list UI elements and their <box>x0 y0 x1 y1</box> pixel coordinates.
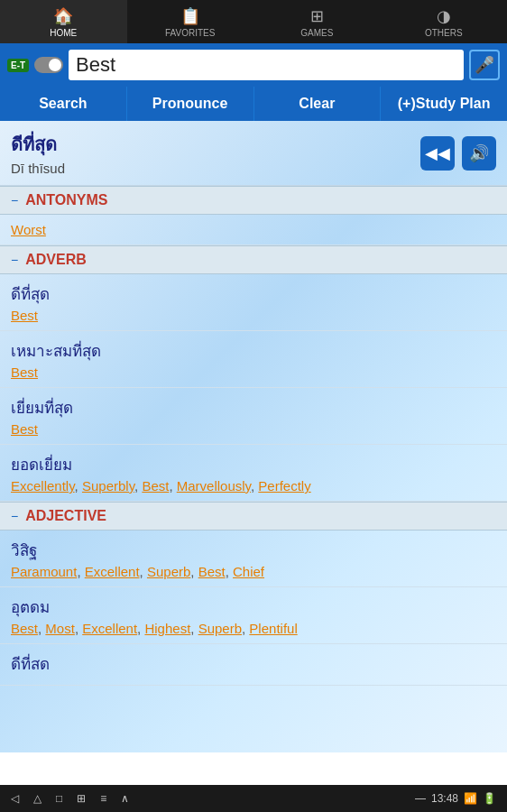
mic-icon: 🎤 <box>475 55 494 75</box>
adverb-title: ADVERB <box>25 252 87 268</box>
best-link-4[interactable]: Best <box>142 478 169 494</box>
adverb-thai-2: เหมาะสมที่สุด <box>11 338 496 363</box>
top-navigation: 🏠 HOME 📋 FAVORITES ⊞ GAMES ◑ OTHERS <box>0 0 507 43</box>
adjective-title: ADJECTIVE <box>25 508 106 524</box>
share-icon: ◀◀ <box>425 143 450 163</box>
status-nav-icons: ◁ △ □ ⊞ ≡ ∧ <box>11 792 129 805</box>
adjective-toggle[interactable]: − <box>11 509 18 523</box>
adverb-en-4[interactable]: Excellently, Superbly, Best, Marvellousl… <box>11 478 496 494</box>
sound-icon: 🔊 <box>469 143 489 163</box>
search-button[interactable]: Search <box>0 87 127 121</box>
others-icon: ◑ <box>437 6 451 26</box>
search-bar: E-T 🎤 <box>0 43 507 87</box>
adverb-en-2[interactable]: Best <box>11 364 496 380</box>
nav-games-label: GAMES <box>300 28 333 38</box>
marvellously-link[interactable]: Marvellously <box>177 478 251 494</box>
adverb-entry-3: เยี่ยมที่สุด Best <box>0 388 507 445</box>
worst-link[interactable]: Worst <box>11 222 46 237</box>
superb-link-2[interactable]: Superb <box>198 621 242 636</box>
adverb-en-1[interactable]: Best <box>11 308 496 323</box>
games-icon: ⊞ <box>310 6 324 26</box>
adverb-entry-4: ยอดเยี่ยม Excellently, Superbly, Best, M… <box>0 445 507 502</box>
back-icon[interactable]: ◁ <box>11 792 19 805</box>
adverb-thai-3: เยี่ยมที่สุด <box>11 395 496 420</box>
menu-icon[interactable]: ≡ <box>100 792 106 805</box>
pronounce-button[interactable]: Pronounce <box>127 87 254 121</box>
status-bar: ◁ △ □ ⊞ ≡ ∧ — 13:48 📶 🔋 <box>0 785 507 812</box>
up-icon[interactable]: ∧ <box>121 792 129 805</box>
adjective-entry-3: ดีที่สด <box>0 644 507 686</box>
adjective-thai-1: วิสิฐ <box>11 538 496 562</box>
highest-link[interactable]: Highest <box>144 621 190 636</box>
wifi-icon: 📶 <box>464 792 477 805</box>
status-dash: — <box>415 792 426 805</box>
best-link-1[interactable]: Best <box>11 308 38 323</box>
word-header: ดีที่สุด Dī thīsud ◀◀ 🔊 <box>0 121 507 186</box>
excellently-link[interactable]: Excellently <box>11 478 75 494</box>
action-buttons: Search Pronounce Clear (+)Study Plan <box>0 87 507 121</box>
antonyms-entry-worst: Worst <box>0 215 507 245</box>
main-content: ดีที่สุด Dī thīsud ◀◀ 🔊 − ANTONYMS Worst… <box>0 121 507 752</box>
nav-games[interactable]: ⊞ GAMES <box>254 0 381 43</box>
nav-others-label: OTHERS <box>425 28 463 38</box>
plentiful-link[interactable]: Plentiful <box>249 621 297 636</box>
favorites-icon: 📋 <box>180 6 200 26</box>
home-icon: 🏠 <box>53 6 73 26</box>
grid-icon[interactable]: ⊞ <box>77 792 86 805</box>
antonyms-title: ANTONYMS <box>25 192 107 208</box>
antonyms-section-header[interactable]: − ANTONYMS <box>0 186 507 215</box>
main-word-thai: ดีที่สุด <box>11 130 420 159</box>
antonyms-toggle[interactable]: − <box>11 193 18 208</box>
antonyms-worst-link[interactable]: Worst <box>11 222 496 237</box>
best-link-2[interactable]: Best <box>11 364 38 380</box>
status-time: 13:48 <box>431 792 458 805</box>
chief-link[interactable]: Chief <box>233 564 264 579</box>
superbly-link[interactable]: Superbly <box>82 478 134 494</box>
adverb-thai-4: ยอดเยี่ยม <box>11 452 496 476</box>
study-plan-button[interactable]: (+)Study Plan <box>381 87 507 121</box>
home-nav-icon[interactable]: △ <box>33 792 41 805</box>
battery-icon: 🔋 <box>483 792 496 805</box>
word-header-actions: ◀◀ 🔊 <box>420 136 496 171</box>
adjective-thai-2: อุตดม <box>11 595 496 619</box>
adverb-entry-1: ดีที่สุด Best <box>0 274 507 331</box>
adverb-section-header[interactable]: − ADVERB <box>0 245 507 274</box>
word-header-left: ดีที่สุด Dī thīsud <box>11 130 420 176</box>
nav-favorites[interactable]: 📋 FAVORITES <box>127 0 254 43</box>
adverb-thai-1: ดีที่สุด <box>11 281 496 306</box>
status-right: — 13:48 📶 🔋 <box>415 792 496 805</box>
best-link-6[interactable]: Best <box>11 621 38 636</box>
nav-favorites-label: FAVORITES <box>165 28 215 38</box>
sound-button[interactable]: 🔊 <box>462 136 496 171</box>
adjective-section-header[interactable]: − ADJECTIVE <box>0 502 507 531</box>
nav-home-label: HOME <box>50 28 77 38</box>
perfectly-link[interactable]: Perfectly <box>258 478 310 494</box>
excellent-link-1[interactable]: Excellent <box>85 564 140 579</box>
most-link[interactable]: Most <box>45 621 75 636</box>
main-word-phonetic: Dī thīsud <box>11 161 420 176</box>
search-input[interactable] <box>69 50 464 80</box>
recents-icon[interactable]: □ <box>56 792 62 805</box>
nav-others[interactable]: ◑ OTHERS <box>381 0 508 43</box>
adverb-entry-2: เหมาะสมที่สุด Best <box>0 331 507 388</box>
mic-button[interactable]: 🎤 <box>469 50 500 80</box>
adjective-en-2[interactable]: Best, Most, Excellent, Highest, Superb, … <box>11 621 496 636</box>
adjective-thai-3: ดีที่สด <box>11 651 496 676</box>
adverb-en-3[interactable]: Best <box>11 421 496 437</box>
language-toggle[interactable] <box>34 57 63 73</box>
excellent-link-2[interactable]: Excellent <box>82 621 137 636</box>
best-link-3[interactable]: Best <box>11 421 38 437</box>
paramount-link[interactable]: Paramount <box>11 564 77 579</box>
adjective-entry-2: อุตดม Best, Most, Excellent, Highest, Su… <box>0 587 507 644</box>
adjective-entry-1: วิสิฐ Paramount, Excellent, Superb, Best… <box>0 531 507 587</box>
adjective-en-1[interactable]: Paramount, Excellent, Superb, Best, Chie… <box>11 564 496 579</box>
adverb-toggle[interactable]: − <box>11 253 18 267</box>
best-link-5[interactable]: Best <box>198 564 226 579</box>
nav-home[interactable]: 🏠 HOME <box>0 0 127 43</box>
clear-button[interactable]: Clear <box>254 87 382 121</box>
et-badge: E-T <box>7 59 29 72</box>
share-button[interactable]: ◀◀ <box>420 136 455 171</box>
superb-link-1[interactable]: Superb <box>147 564 190 579</box>
